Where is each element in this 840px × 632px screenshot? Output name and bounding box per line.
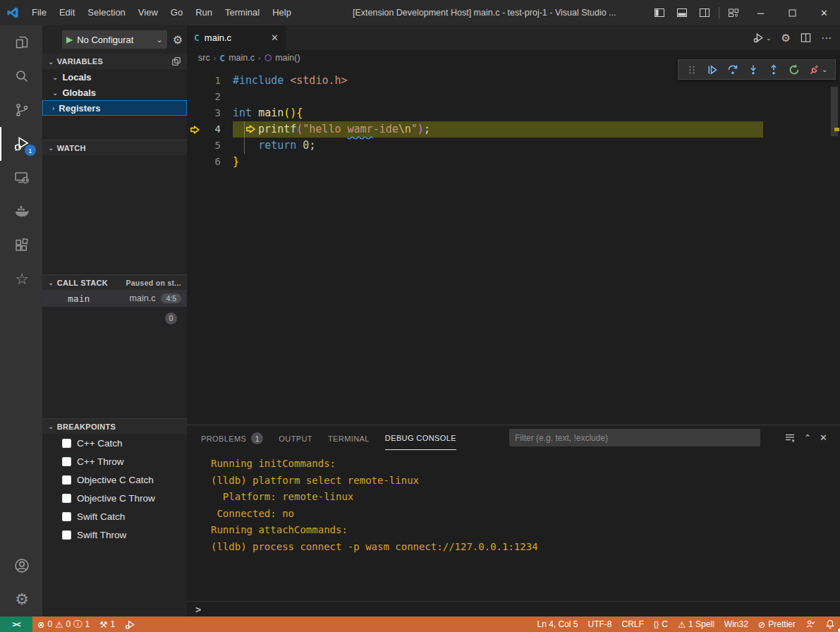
menu-item[interactable]: Terminal <box>219 0 266 25</box>
code-line[interactable]: 2 <box>187 89 840 105</box>
toolbar-drag-handle[interactable] <box>681 60 702 79</box>
clear-console-icon[interactable] <box>784 432 796 444</box>
close-panel-icon[interactable]: ✕ <box>820 432 827 443</box>
menu-item[interactable]: Edit <box>53 0 81 25</box>
remote-indicator[interactable]: >< <box>0 616 32 632</box>
run-and-debug-icon[interactable]: 1 <box>0 127 42 161</box>
line-number: 6 <box>202 154 221 170</box>
breakpoint-row[interactable]: C++ Catch <box>42 434 187 452</box>
tab-problems[interactable]: PROBLEMS 1 <box>201 425 263 450</box>
activity-bar-spacer <box>0 296 42 549</box>
code-line[interactable]: 6} <box>187 154 840 170</box>
customize-layout-icon[interactable] <box>722 0 745 25</box>
docker-icon[interactable] <box>0 195 42 229</box>
maximize-panel-icon[interactable]: ⌃ <box>804 433 811 443</box>
menu-item[interactable]: Selection <box>81 0 131 25</box>
breakpoints-section-header[interactable]: ⌄ BREAKPOINTS <box>42 418 187 434</box>
toggle-secondary-sidebar-icon[interactable] <box>693 0 716 25</box>
code-line[interactable]: 5 return 0; <box>187 138 840 154</box>
feedback-person-icon[interactable] <box>801 616 820 632</box>
breakpoint-checkbox[interactable] <box>62 439 71 448</box>
maximize-button[interactable] <box>777 0 808 25</box>
breadcrumb-folder[interactable]: src <box>198 53 210 63</box>
debug-status-icon[interactable] <box>120 616 140 632</box>
explorer-icon[interactable] <box>0 25 42 59</box>
code-line[interactable]: 3int main(){ <box>187 105 840 121</box>
step-out-icon[interactable] <box>763 60 784 79</box>
toolchain-status[interactable]: ⚒ 1 <box>95 616 120 632</box>
search-icon[interactable] <box>0 59 42 93</box>
scope-locals[interactable]: ⌄ Locals <box>42 69 187 85</box>
breakpoint-row[interactable]: Swift Throw <box>42 525 187 544</box>
error-count: 0 <box>47 619 52 629</box>
extensions-icon[interactable] <box>0 229 42 262</box>
stack-frame-row[interactable]: main main.c 4:5 <box>42 290 187 307</box>
menu-item[interactable]: File <box>25 0 53 25</box>
start-debug-icon[interactable]: ▶ <box>66 35 73 44</box>
step-into-icon[interactable] <box>743 60 763 79</box>
close-button[interactable]: ✕ <box>808 0 840 25</box>
more-actions-icon[interactable]: ⋯ <box>821 32 832 44</box>
split-editor-icon[interactable] <box>801 32 811 43</box>
code-line[interactable]: 4 printf("hello wamr-ide\n"); <box>187 121 840 138</box>
watch-section-header[interactable]: ⌄ WATCH <box>42 140 187 155</box>
encoding[interactable]: UTF-8 <box>583 616 617 632</box>
menu-item[interactable]: Run <box>189 0 219 25</box>
breakpoint-checkbox[interactable] <box>62 457 71 466</box>
menu-item[interactable]: View <box>132 0 164 25</box>
breakpoint-checkbox[interactable] <box>62 530 71 540</box>
gear-icon[interactable]: ⚙ <box>781 32 791 44</box>
run-or-debug-icon[interactable]: ⌄ <box>753 32 772 44</box>
breakpoint-row[interactable]: C++ Throw <box>42 452 187 470</box>
tab-debug-console[interactable]: DEBUG CONSOLE <box>385 425 456 450</box>
scope-globals[interactable]: ⌄ Globals <box>42 85 187 100</box>
debug-console-input[interactable]: > <box>187 601 840 616</box>
launch-config-gear-icon[interactable]: ⚙ <box>173 33 183 47</box>
scope-registers[interactable]: › Registers <box>42 100 187 116</box>
account-icon[interactable] <box>0 549 42 583</box>
minimize-button[interactable]: ─ <box>745 0 777 25</box>
breakpoint-row[interactable]: Objective C Catch <box>42 470 187 489</box>
tab-terminal[interactable]: TERMINAL <box>328 425 370 450</box>
breakpoint-checkbox[interactable] <box>62 512 71 521</box>
platform-status[interactable]: Win32 <box>719 616 753 632</box>
menu-item[interactable]: Go <box>164 0 189 25</box>
variables-section-header[interactable]: ⌄ VARIABLES <box>42 54 187 69</box>
settings-gear-icon[interactable]: ⚙ <box>0 583 42 616</box>
chevron-down-icon[interactable]: ⌄ <box>822 66 827 73</box>
formatter-status[interactable]: ⊘ Prettier <box>753 616 801 632</box>
language-mode[interactable]: {} C <box>649 616 673 632</box>
problems-status[interactable]: ⊗ 0 ⚠ 0 ⓘ 1 <box>32 616 95 632</box>
restart-icon[interactable] <box>784 60 804 79</box>
debug-console-output[interactable]: Running initCommands:(lldb) platform sel… <box>187 450 840 601</box>
continue-icon[interactable] <box>702 60 722 79</box>
remote-explorer-icon[interactable] <box>0 161 42 195</box>
star-icon[interactable]: ☆ <box>0 262 42 296</box>
toggle-panel-icon[interactable] <box>671 0 693 25</box>
thread-row[interactable]: 0 <box>42 310 187 327</box>
close-tab-icon[interactable]: ✕ <box>271 32 279 43</box>
debug-sidebar: ▶ No Configurat ⌄ ⚙ ⌄ VARIABLES ⌄ Locals… <box>42 25 187 616</box>
tab-main-c[interactable]: C main.c ✕ <box>187 25 286 50</box>
tab-output[interactable]: OUTPUT <box>279 425 312 450</box>
console-filter-input[interactable] <box>509 429 760 446</box>
toggle-sidebar-icon[interactable] <box>648 0 671 25</box>
breakpoint-checkbox[interactable] <box>62 475 71 485</box>
notifications-bell-icon[interactable] <box>820 616 840 632</box>
debug-configuration-dropdown[interactable]: ▶ No Configurat ⌄ <box>62 30 167 49</box>
source-control-icon[interactable] <box>0 93 42 127</box>
end-of-line[interactable]: CRLF <box>617 616 649 632</box>
step-over-icon[interactable] <box>722 60 743 79</box>
spell-checker-status[interactable]: ⚠ 1 Spell <box>673 616 719 632</box>
breadcrumb-file[interactable]: main.c <box>229 53 255 63</box>
slash-circle-icon: ⊘ <box>758 619 765 630</box>
code-editor[interactable]: 1#include <stdio.h>23int main(){4 printf… <box>187 66 840 425</box>
copy-icon[interactable] <box>171 56 181 66</box>
menu-item[interactable]: Help <box>266 0 298 25</box>
breakpoint-row[interactable]: Swift Catch <box>42 507 187 525</box>
call-stack-section-header[interactable]: ⌄ CALL STACK Paused on st... <box>42 274 187 290</box>
breakpoint-checkbox[interactable] <box>62 494 71 503</box>
breakpoint-row[interactable]: Objective C Throw <box>42 489 187 507</box>
breadcrumb-symbol[interactable]: main() <box>275 53 300 63</box>
cursor-position[interactable]: Ln 4, Col 5 <box>532 616 583 632</box>
